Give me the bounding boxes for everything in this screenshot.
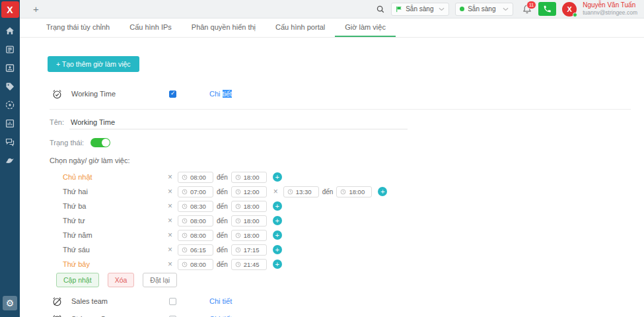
day-row-chu-nhat: Chủ nhật×08:00đến18:00+	[50, 170, 631, 184]
call-button[interactable]	[538, 2, 556, 16]
end-time-input[interactable]: 12:00	[231, 186, 267, 197]
remove-range-button[interactable]: ×	[168, 188, 172, 195]
tag-icon[interactable]	[5, 81, 15, 92]
search-icon[interactable]	[376, 5, 385, 14]
tab-cau-hinh-ips[interactable]: Cấu hình IPs	[120, 18, 182, 37]
add-range-button[interactable]: +	[273, 201, 282, 211]
working-time-detail-link[interactable]: Chi tiết	[209, 90, 232, 98]
settings-tabbar: Trạng thái tùy chỉnhCấu hình IPsPhân quy…	[20, 18, 644, 38]
schedule-checkbox[interactable]	[169, 298, 176, 305]
start-time-input[interactable]: 08:00	[178, 172, 213, 183]
tab-cau-hinh-portal[interactable]: Cấu hình portal	[266, 18, 335, 37]
clock-icon	[235, 262, 241, 267]
time-value: 18:00	[349, 188, 365, 195]
end-time-input[interactable]: 17:15	[231, 244, 267, 256]
add-range-button[interactable]: +	[273, 245, 282, 254]
add-range-button[interactable]: +	[273, 172, 282, 182]
end-time-input[interactable]: 18:00	[231, 230, 267, 241]
user-email: tuannv@stringee.com	[583, 9, 637, 16]
remove-range-button[interactable]: ×	[273, 188, 278, 195]
day-label: Thứ ba	[63, 202, 168, 210]
schedule-name: Working Time	[71, 90, 169, 98]
chevron-down-icon	[503, 7, 509, 11]
start-time-input[interactable]: 07:00	[178, 186, 213, 197]
new-tab-button[interactable]: +	[33, 3, 39, 15]
add-range-button[interactable]: +	[273, 216, 282, 225]
online-status-dot	[573, 13, 577, 17]
agent-status-dropdown[interactable]: Sẵn sàng	[391, 3, 449, 16]
day-row-thu-sau: Thứ sáu×06:15đến17:15+	[50, 242, 631, 257]
remove-range-button[interactable]: ×	[168, 202, 172, 210]
remove-range-button[interactable]: ×	[168, 231, 172, 239]
chat-icon[interactable]	[5, 137, 15, 147]
time-value: 17:15	[244, 246, 260, 254]
user-menu[interactable]: Nguyễn Văn Tuấn tuannv@stringee.com	[583, 1, 637, 16]
create-working-time-button[interactable]: + Tạo thêm giờ làm việc	[48, 56, 139, 72]
clock-icon	[182, 218, 188, 224]
clock-icon	[235, 203, 241, 209]
time-value: 21:45	[244, 261, 260, 268]
alarm-clock-off-icon	[52, 296, 63, 307]
clock-icon	[235, 218, 241, 224]
working-time-row: Working Time Chi tiết	[50, 88, 631, 100]
end-time-input[interactable]: 21:45	[231, 259, 267, 270]
day-row-thu-tu: Thứ tư×08:00đến18:00+	[50, 213, 631, 228]
time-value: 18:00	[244, 217, 260, 225]
schedule-row-stringee-company: Stringee CompanyChi tiết	[50, 313, 631, 317]
tab-gio-lam-viec[interactable]: Giờ làm việc	[335, 18, 396, 37]
bar-chart-icon[interactable]	[5, 118, 15, 129]
name-input[interactable]: Working Time	[69, 118, 408, 129]
add-range-button[interactable]: +	[273, 230, 282, 240]
start-time-input[interactable]: 08:30	[178, 201, 213, 212]
day-row-thu-nam: Thứ năm×08:00đến18:00+	[50, 228, 631, 242]
time-value: 06:15	[190, 246, 206, 254]
remove-range-button[interactable]: ×	[168, 246, 172, 254]
remove-range-button[interactable]: ×	[168, 217, 172, 225]
time-range: ×08:30đến18:00	[168, 201, 267, 212]
range-separator-label: đến	[217, 188, 228, 195]
end-time-input[interactable]: 18:00	[336, 186, 372, 197]
start-time-input[interactable]: 08:00	[178, 259, 213, 270]
end-time-input[interactable]: 18:00	[231, 172, 267, 183]
stringee-logo[interactable]: X	[1, 1, 19, 18]
notifications-button[interactable]: 11	[522, 4, 532, 15]
start-time-input[interactable]: 06:15	[178, 244, 213, 256]
call-status-dropdown[interactable]: Sẵn sàng	[455, 3, 513, 16]
delete-button[interactable]: Xóa	[108, 273, 135, 287]
sidebar: X ⚙	[0, 0, 20, 317]
contact-card-icon[interactable]	[5, 63, 15, 73]
start-time-input[interactable]: 08:00	[178, 215, 213, 227]
start-time-input[interactable]: 13:30	[283, 186, 319, 197]
alarm-clock-check-icon	[52, 88, 63, 100]
clock-icon	[182, 247, 188, 253]
target-icon[interactable]	[5, 100, 15, 110]
time-value: 12:00	[244, 188, 260, 195]
avatar[interactable]: X	[562, 2, 577, 17]
end-time-input[interactable]: 18:00	[231, 215, 267, 227]
add-range-button[interactable]: +	[273, 260, 282, 269]
settings-button[interactable]: ⚙	[3, 296, 17, 310]
avatar-initial: X	[567, 5, 572, 13]
remove-range-button[interactable]: ×	[168, 173, 172, 181]
update-button[interactable]: Cập nhật	[56, 273, 99, 287]
schedule-detail-link[interactable]: Chi tiết	[209, 297, 232, 305]
clock-icon	[235, 189, 241, 195]
end-time-input[interactable]: 18:00	[231, 201, 267, 212]
day-label: Thứ hai	[63, 188, 168, 195]
bird-icon[interactable]	[5, 155, 15, 166]
remove-range-button[interactable]: ×	[168, 260, 172, 268]
home-icon[interactable]	[5, 26, 15, 36]
status-toggle[interactable]	[90, 138, 110, 147]
other-schedules-list: Sales teamChi tiếtStringee CompanyChi ti…	[50, 295, 631, 317]
add-range-button[interactable]: +	[378, 187, 387, 196]
org-icon[interactable]	[5, 44, 15, 55]
day-label: Thứ tư	[63, 217, 168, 225]
range-separator-label: đến	[217, 217, 228, 225]
reset-button[interactable]: Đặt lại	[143, 273, 177, 287]
time-range: ×08:00đến18:00	[168, 230, 267, 241]
tab-phan-quyen-hien-thi[interactable]: Phân quyền hiển thị	[182, 18, 266, 37]
tab-trang-thai-tuy-chinh[interactable]: Trạng thái tùy chỉnh	[36, 18, 120, 37]
working-time-checkbox[interactable]	[169, 90, 176, 98]
start-time-input[interactable]: 08:00	[178, 230, 213, 241]
top-bar-right: Sẵn sàng Sẵn sàng 11	[376, 1, 637, 16]
